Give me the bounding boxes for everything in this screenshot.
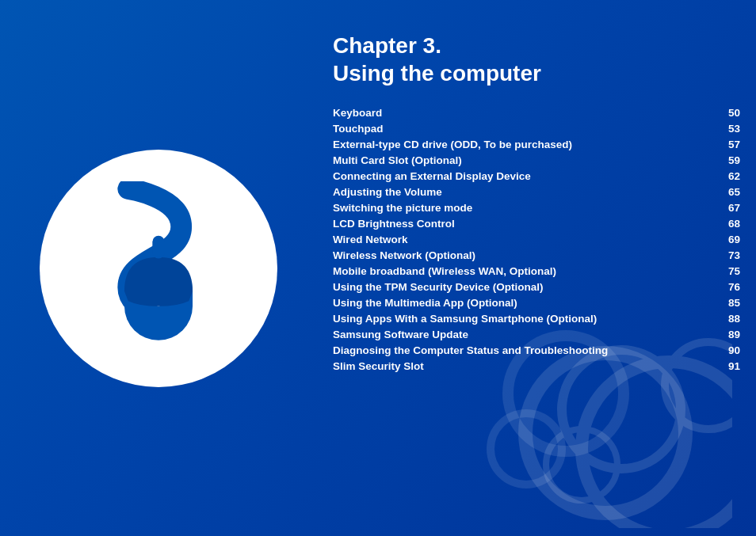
toc-item-label: Touchpad	[333, 123, 718, 135]
toc-item-label: Mobile broadband (Wireless WAN, Optional…	[333, 265, 718, 277]
toc-item[interactable]: Multi Card Slot (Optional)59	[333, 152, 740, 168]
toc-item-page: 65	[718, 186, 740, 198]
toc-item-label: Using the TPM Security Device (Optional)	[333, 281, 718, 293]
toc-item-page: 88	[718, 313, 740, 325]
toc-item-page: 73	[718, 249, 740, 261]
toc-item-page: 75	[718, 265, 740, 277]
toc-item-page: 90	[718, 344, 740, 356]
svg-rect-7	[152, 235, 164, 258]
toc-item-page: 62	[718, 170, 740, 182]
toc-item-label: Using Apps With a Samsung Smartphone (Op…	[333, 313, 718, 325]
toc-item-label: Diagnosing the Computer Status and Troub…	[333, 344, 718, 356]
mouse-circle-bg	[40, 150, 277, 387]
toc-item-label: External-type CD drive (ODD, To be purch…	[333, 139, 718, 150]
mouse-icon	[79, 181, 238, 355]
toc-item-label: Adjusting the Volume	[333, 186, 718, 198]
toc-item-page: 85	[718, 297, 740, 309]
toc-item[interactable]: Wireless Network (Optional)73	[333, 247, 740, 263]
toc-item-label: LCD Brightness Control	[333, 218, 718, 230]
toc-item-label: Slim Security Slot	[333, 360, 718, 372]
toc-item-label: Wired Network	[333, 234, 718, 245]
toc-item-page: 68	[718, 218, 740, 230]
toc-item[interactable]: Mobile broadband (Wireless WAN, Optional…	[333, 263, 740, 279]
toc-item-page: 67	[718, 202, 740, 214]
toc-item-page: 89	[718, 329, 740, 340]
toc-item[interactable]: Connecting an External Display Device62	[333, 168, 740, 184]
toc-item[interactable]: Using the Multimedia App (Optional)85	[333, 295, 740, 310]
chapter-title-line2: Using the computer	[333, 59, 740, 87]
toc-item[interactable]: Touchpad53	[333, 120, 740, 136]
mouse-illustration	[32, 118, 285, 419]
toc-item[interactable]: External-type CD drive (ODD, To be purch…	[333, 136, 740, 152]
chapter-title: Chapter 3. Using the computer	[333, 32, 740, 87]
toc-item[interactable]: Samsung Software Update89	[333, 326, 740, 342]
toc-item[interactable]: Diagnosing the Computer Status and Troub…	[333, 342, 740, 358]
toc-item-page: 91	[718, 360, 740, 372]
toc-item-page: 57	[718, 139, 740, 150]
toc-item-label: Connecting an External Display Device	[333, 170, 718, 182]
toc-item-page: 59	[718, 154, 740, 166]
toc-item[interactable]: Keyboard50	[333, 105, 740, 120]
toc-item-label: Multi Card Slot (Optional)	[333, 154, 718, 166]
toc-item[interactable]: Using the TPM Security Device (Optional)…	[333, 279, 740, 295]
chapter-title-line1: Chapter 3.	[333, 32, 740, 59]
toc-item-label: Wireless Network (Optional)	[333, 249, 718, 261]
toc-item-label: Switching the picture mode	[333, 202, 718, 214]
main-content: Chapter 3. Using the computer Keyboard50…	[333, 32, 740, 520]
toc-item[interactable]: Switching the picture mode67	[333, 200, 740, 215]
toc-item[interactable]: Wired Network69	[333, 231, 740, 247]
toc-item[interactable]: Using Apps With a Samsung Smartphone (Op…	[333, 310, 740, 326]
toc-item-page: 53	[718, 123, 740, 135]
toc-item-label: Samsung Software Update	[333, 329, 718, 340]
toc-item[interactable]: Adjusting the Volume65	[333, 184, 740, 200]
toc-item-label: Using the Multimedia App (Optional)	[333, 297, 718, 309]
table-of-contents: Keyboard50Touchpad53External-type CD dri…	[333, 105, 740, 374]
toc-item[interactable]: LCD Brightness Control68	[333, 215, 740, 231]
toc-item-page: 69	[718, 234, 740, 245]
toc-item-page: 76	[718, 281, 740, 293]
toc-item[interactable]: Slim Security Slot91	[333, 358, 740, 374]
toc-item-page: 50	[718, 107, 740, 119]
toc-item-label: Keyboard	[333, 107, 718, 119]
